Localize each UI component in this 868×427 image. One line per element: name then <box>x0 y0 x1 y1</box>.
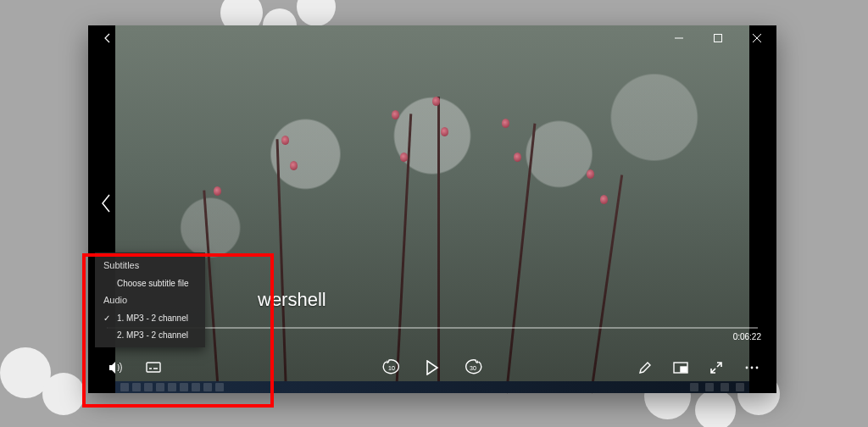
play-icon <box>426 360 439 375</box>
windows-taskbar[interactable] <box>115 381 749 393</box>
minimize-icon <box>675 34 683 42</box>
chevron-left-icon <box>100 193 112 214</box>
audio-track-2[interactable]: 2. MP3 - 2 channel <box>95 327 205 344</box>
taskbar-app-icon[interactable] <box>168 383 176 391</box>
svg-point-5 <box>751 367 754 369</box>
miniview-icon <box>673 362 688 374</box>
volume-button[interactable] <box>107 358 125 377</box>
minimize-button[interactable] <box>659 25 698 51</box>
tray-icon[interactable] <box>705 383 714 391</box>
skip-forward-label: 30 <box>470 365 476 371</box>
previous-button[interactable] <box>95 186 117 220</box>
subtitles-header: Subtitles <box>95 258 205 275</box>
taskbar-app-icon[interactable] <box>180 383 188 391</box>
taskbar-app-icon[interactable] <box>215 383 224 391</box>
media-player-window: wershell 0:06:22 10 30 <box>88 25 776 393</box>
close-icon <box>753 34 761 42</box>
skip-forward-button[interactable]: 30 <box>464 358 482 377</box>
subtitles-icon <box>146 362 161 374</box>
miniview-button[interactable] <box>671 358 690 377</box>
subtitles-audio-popup: Subtitles Choose subtitle file Audio 1. … <box>95 252 205 347</box>
video-frame[interactable] <box>115 25 749 393</box>
duration-label: 0:06:22 <box>733 332 761 341</box>
system-tray[interactable] <box>688 383 746 391</box>
play-button[interactable] <box>423 358 442 377</box>
skip-back-button[interactable]: 10 <box>382 358 401 377</box>
player-controls: 10 30 <box>88 351 776 385</box>
svg-point-4 <box>746 367 748 369</box>
subtitles-audio-button[interactable] <box>144 358 163 377</box>
svg-rect-0 <box>715 35 722 42</box>
edit-button[interactable] <box>636 358 654 377</box>
svg-point-6 <box>756 367 759 369</box>
taskbar-app-icon[interactable] <box>203 383 212 391</box>
tray-icon[interactable] <box>721 383 729 391</box>
maximize-icon <box>714 34 722 42</box>
choose-subtitle-file[interactable]: Choose subtitle file <box>95 275 205 292</box>
taskbar-app-icon[interactable] <box>156 383 164 391</box>
more-icon <box>744 365 760 370</box>
taskbar-app-icon[interactable] <box>192 383 200 391</box>
back-button[interactable] <box>88 25 127 51</box>
taskbar-start-icon[interactable] <box>120 383 129 391</box>
audio-header: Audio <box>95 292 205 310</box>
fullscreen-icon <box>709 361 723 374</box>
skip-back-label: 10 <box>388 365 395 371</box>
tray-icon[interactable] <box>690 383 698 391</box>
pencil-icon <box>638 361 652 374</box>
fullscreen-button[interactable] <box>707 358 726 377</box>
tray-icon[interactable] <box>736 383 744 391</box>
close-button[interactable] <box>737 25 776 51</box>
arrow-left-icon <box>102 32 114 44</box>
audio-track-1[interactable]: 1. MP3 - 2 channel <box>95 310 205 327</box>
maximize-button[interactable] <box>698 25 737 51</box>
svg-rect-1 <box>147 363 160 372</box>
background-flowers-bottom-left <box>0 322 102 424</box>
video-title: wershell <box>258 289 326 311</box>
speaker-icon <box>108 361 124 374</box>
taskbar-app-icon[interactable] <box>144 383 153 391</box>
svg-rect-3 <box>681 367 687 372</box>
window-titlebar <box>88 25 776 51</box>
more-button[interactable] <box>743 358 761 377</box>
taskbar-app-icon[interactable] <box>132 383 141 391</box>
